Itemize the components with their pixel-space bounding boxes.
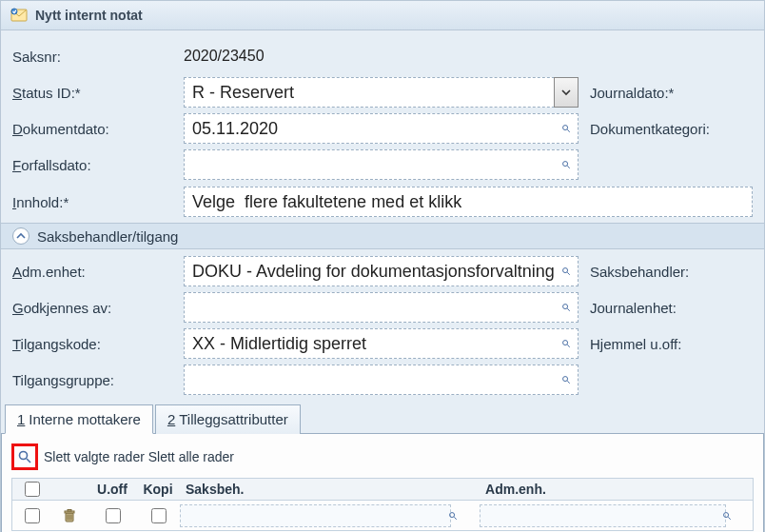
- admenh-cell-lookup[interactable]: [716, 505, 737, 526]
- tab-interne-mottakere[interactable]: 1Interne mottakere: [5, 404, 153, 434]
- col-kopi-header: Kopi: [136, 482, 180, 497]
- search-icon: [448, 509, 458, 522]
- row-forfall: Forfallsdato:: [12, 147, 753, 183]
- admenhet-label: Adm.enhet:: [12, 260, 184, 284]
- tilgangsgruppe-input[interactable]: [184, 365, 579, 395]
- row-saksnr: Saksnr: 2020/23450: [12, 38, 753, 74]
- search-icon: [561, 264, 571, 279]
- admenh-cell-input[interactable]: [480, 504, 726, 527]
- grid-row: [11, 501, 754, 531]
- search-icon: [17, 449, 32, 464]
- tab-tilleggsattributter[interactable]: 2Tilleggsattributter: [155, 404, 301, 434]
- forfall-label: Forfallsdato:: [12, 153, 184, 177]
- tilgangskode-label: Tilgangskode:: [12, 332, 184, 356]
- svg-point-2: [563, 126, 568, 130]
- tilgangskode-lookup-button[interactable]: [556, 333, 577, 354]
- tilgangsgruppe-label: Tilgangsgruppe:: [12, 368, 184, 392]
- search-icon: [561, 336, 571, 351]
- dokdato-lookup-button[interactable]: [556, 118, 577, 139]
- svg-point-10: [563, 341, 568, 345]
- saksbeh-cell-lookup[interactable]: [442, 505, 463, 526]
- highlighted-lookup: [11, 443, 38, 470]
- forfall-input[interactable]: [184, 149, 579, 180]
- dokdato-input[interactable]: [184, 113, 579, 144]
- svg-line-7: [567, 272, 570, 275]
- window-title: Nytt internt notat: [35, 8, 143, 23]
- section-title: Saksbehandler/tilgang: [37, 228, 178, 245]
- saksnr-label: Saksnr:: [12, 45, 184, 69]
- svg-line-3: [567, 129, 570, 132]
- row-tilgangskode: Tilgangskode: Hjemmel u.off:: [12, 325, 753, 362]
- delete-row-button[interactable]: [62, 508, 77, 523]
- tilgangsgruppe-lookup-button[interactable]: [556, 369, 577, 390]
- dokdato-label: Dokumentdato:: [12, 117, 184, 141]
- search-icon: [561, 372, 571, 387]
- admenhet-lookup-button[interactable]: [556, 261, 577, 282]
- row-checkbox[interactable]: [25, 508, 40, 523]
- col-uoff-header: U.off: [88, 482, 136, 497]
- collapse-button[interactable]: [12, 227, 29, 245]
- forfall-lookup-button[interactable]: [556, 154, 577, 175]
- svg-line-11: [567, 345, 570, 347]
- uoff-checkbox[interactable]: [106, 508, 121, 523]
- svg-line-13: [567, 381, 570, 384]
- grid-toolbar-text[interactable]: Slett valgte rader Slett alle rader: [44, 449, 234, 464]
- grid-lookup-button[interactable]: [16, 448, 33, 465]
- kopi-checkbox[interactable]: [151, 508, 167, 523]
- svg-point-12: [563, 377, 568, 382]
- innhold-label: Innhold:*: [12, 187, 184, 214]
- note-icon: [10, 7, 28, 24]
- godkjennes-label: Godkjennes av:: [12, 296, 184, 320]
- search-icon: [561, 121, 571, 136]
- grid-toolbar: Slett valgte rader Slett alle rader: [11, 443, 754, 470]
- status-label: Status ID:*: [12, 81, 184, 105]
- form-area: Saksnr: 2020/23450 Status ID:* Journalda…: [1, 30, 764, 532]
- journalenhet-label: Journalenhet:: [579, 300, 677, 316]
- svg-point-8: [563, 305, 568, 309]
- svg-point-4: [563, 162, 568, 167]
- saksbeh-cell-input[interactable]: [180, 504, 451, 527]
- svg-line-15: [27, 459, 30, 463]
- window: Nytt internt notat Saksnr: 2020/23450 St…: [0, 0, 765, 532]
- row-godkjennes: Godkjennes av: Journalenhet:: [12, 289, 753, 325]
- chevron-up-icon: [16, 231, 26, 241]
- godkjennes-lookup-button[interactable]: [556, 297, 577, 318]
- saksbehandler-side-label: Saksbehandler:: [579, 264, 689, 280]
- row-innhold: Innhold:*: [12, 183, 753, 219]
- col-saksbeh-header: Saksbeh.: [180, 482, 480, 497]
- row-dokdato: Dokumentdato: Dokumentkategori:: [12, 110, 753, 147]
- col-admenh-header: Adm.enh.: [480, 482, 753, 497]
- tabs: 1Interne mottakere 2Tilleggsattributter: [1, 404, 764, 434]
- journaldato-label: Journaldato:*: [579, 85, 674, 101]
- svg-line-25: [728, 517, 731, 520]
- svg-point-22: [449, 512, 454, 517]
- dokkategori-label: Dokumentkategori:: [579, 121, 710, 137]
- search-icon: [561, 300, 571, 315]
- svg-rect-18: [68, 509, 71, 511]
- section-saksbehandler: Saksbehandler/tilgang: [1, 223, 764, 249]
- admenhet-input[interactable]: [184, 256, 579, 286]
- svg-point-6: [563, 268, 568, 273]
- row-status: Status ID:* Journaldato:*: [12, 74, 753, 110]
- saksnr-value: 2020/23450: [184, 44, 265, 69]
- status-select[interactable]: [184, 77, 579, 108]
- svg-line-9: [567, 308, 570, 311]
- tilgangskode-input[interactable]: [184, 328, 579, 359]
- row-tilgangsgruppe: Tilgangsgruppe:: [12, 362, 753, 398]
- row-admenhet: Adm.enhet: Saksbehandler:: [12, 253, 753, 289]
- title-bar: Nytt internt notat: [1, 1, 764, 30]
- grid-header: U.off Kopi Saksbeh. Adm.enh.: [11, 478, 754, 501]
- tab-body: Slett valgte rader Slett alle rader U.of…: [1, 434, 764, 532]
- svg-point-14: [20, 452, 28, 460]
- svg-line-23: [454, 517, 457, 520]
- hjemmel-label: Hjemmel u.off:: [579, 336, 681, 352]
- svg-line-5: [567, 166, 570, 168]
- search-icon: [561, 157, 571, 172]
- godkjennes-input[interactable]: [184, 292, 579, 323]
- innhold-input[interactable]: [184, 187, 753, 217]
- svg-point-24: [723, 512, 728, 517]
- header-checkbox[interactable]: [25, 482, 40, 497]
- search-icon: [722, 509, 732, 522]
- trash-icon: [62, 508, 77, 523]
